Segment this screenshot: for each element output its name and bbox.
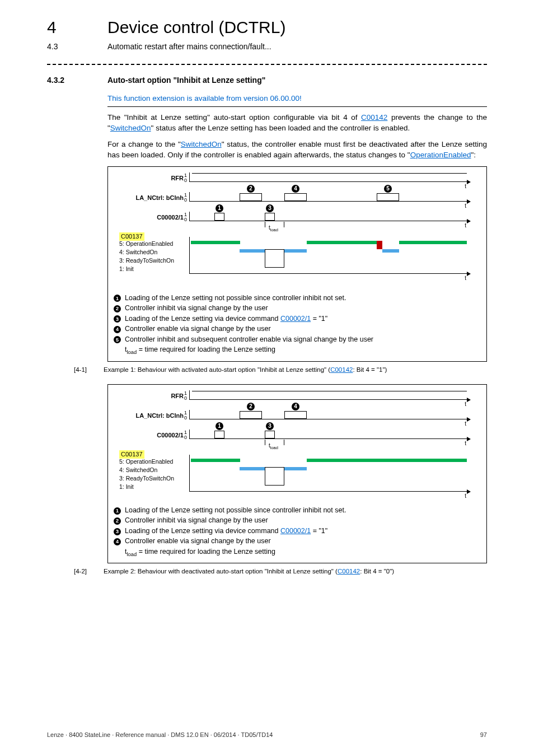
signal-label-rfr: RFR	[114, 174, 184, 183]
link-operationenabled[interactable]: OperationEnabled	[410, 151, 471, 159]
link-c00142-cap1[interactable]: C00142	[330, 366, 353, 373]
subsection-title: Auto-start option "Inhibit at Lenze sett…	[107, 75, 265, 86]
separator-dashed	[47, 64, 487, 65]
caption-2: [4-2] Example 2: Behaviour with deactiva…	[107, 567, 487, 576]
signal-label-lanc: LA_NCtrl: bCInh	[114, 194, 184, 202]
callout-1: 1	[216, 204, 223, 212]
legend-2: 1Loading of the Lenze setting not possib…	[114, 506, 481, 558]
callout-4: 4	[292, 185, 299, 193]
callout-5: 5	[384, 185, 392, 193]
paragraph-1: The "Inhibit at Lenze setting" auto-star…	[107, 113, 487, 134]
timing-diagram-1: RFR 1 0 t LA_NCtrl: bCInh 1 0 t 2 4 5	[107, 166, 487, 362]
link-c00002-2[interactable]: C00002/1	[280, 527, 311, 535]
availability-note: This function extension is available fro…	[107, 94, 487, 104]
paragraph-2: For a change to the "SwitchedOn" status,…	[107, 139, 487, 161]
callout-3: 3	[266, 204, 274, 212]
section-title: Automatic restart after mains connection…	[107, 41, 271, 53]
subsection-number: 4.3.2	[47, 75, 81, 86]
legend-1: 1Loading of the Lenze setting not possib…	[114, 293, 481, 356]
section-number: 4.3	[47, 41, 81, 53]
separator-thin	[107, 106, 487, 107]
timing-diagram-2: RFR 1 0 t LA_NCtrl: bCInh 1 0 t 2 4 C000…	[107, 384, 487, 564]
red-marker	[377, 241, 382, 249]
link-c00002-1[interactable]: C00002/1	[280, 315, 311, 323]
callout-2: 2	[247, 185, 255, 193]
chapter-number: 4	[47, 16, 81, 39]
page-number: 97	[480, 731, 487, 739]
link-switchedon[interactable]: SwitchedOn	[110, 124, 151, 132]
footer-left: Lenze · 8400 StateLine · Reference manua…	[47, 731, 273, 739]
link-c00142-cap2[interactable]: C00142	[338, 568, 360, 575]
chapter-title: Device control (DCTRL)	[107, 16, 285, 39]
link-c00142[interactable]: C00142	[361, 113, 387, 122]
caption-1: [4-1] Example 1: Behaviour with activate…	[107, 365, 487, 374]
link-switchedon-2[interactable]: SwitchedOn	[181, 140, 222, 148]
signal-label-c2: C00002/1	[114, 213, 184, 222]
